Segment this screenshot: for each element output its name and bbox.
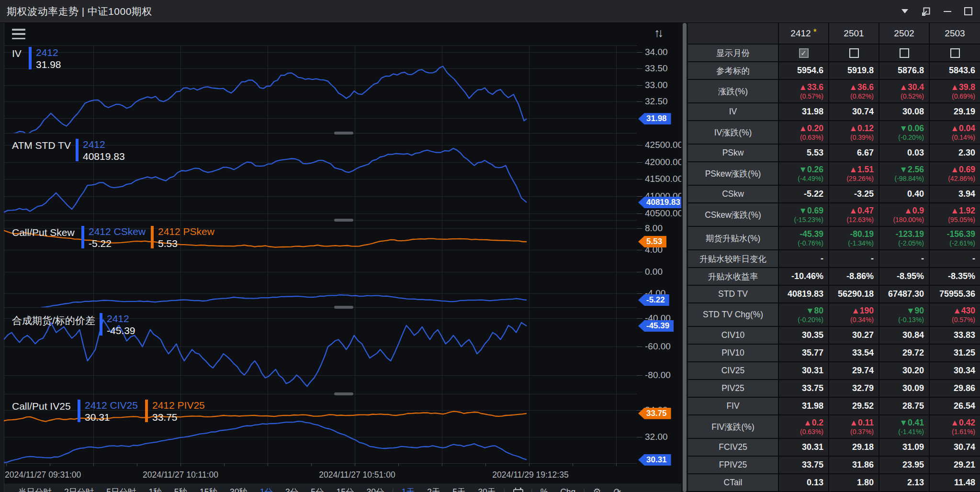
interval-button[interactable]: % <box>534 484 554 492</box>
axis-tick <box>637 52 642 53</box>
interval-button[interactable]: 30分 <box>360 484 391 492</box>
month-checkbox[interactable] <box>829 45 879 62</box>
table-cell: 26.54 <box>930 398 980 415</box>
maximize-icon[interactable] <box>964 7 972 15</box>
table-cell: 30.34 <box>930 362 980 380</box>
interval-button[interactable]: 1天 <box>395 484 421 492</box>
table-cell: 5954.6 <box>779 62 829 80</box>
cell-value: 31.98 <box>802 401 823 411</box>
table-row: CTail0.131.802.1311.48 <box>688 474 980 492</box>
legend-color-bar <box>76 139 79 161</box>
axis-tick <box>637 101 642 102</box>
window-title: 期权波动率走势 | 中证1000期权 <box>7 5 152 18</box>
interval-button[interactable]: 30秒 <box>224 484 254 492</box>
table-cell: 6.67 <box>829 145 879 162</box>
interval-button[interactable]: 3分 <box>279 484 304 492</box>
interval-button[interactable]: Chg <box>554 484 582 492</box>
table-cell: ▲0.42(1.61%) <box>930 415 980 439</box>
price-tag: -45.39 <box>638 320 674 332</box>
month-checkbox[interactable] <box>930 45 980 62</box>
x-axis-tick <box>573 463 573 466</box>
series-legend[interactable]: 2412 PIV2533.75 <box>145 400 205 423</box>
interval-button[interactable]: 2日分时 <box>58 484 100 492</box>
minimize-icon[interactable] <box>944 11 951 12</box>
series-line <box>4 295 527 307</box>
interval-button[interactable]: 15秒 <box>193 484 224 492</box>
table-row: CSkew涨跌(%)▼0.69(-15.23%)▲0.47(12.63%)▲0.… <box>688 203 980 227</box>
table-row: 涨跌(%)▲33.6(0.57%)▲36.6(0.62%)▲30.4(0.52%… <box>688 80 980 103</box>
interval-button[interactable]: 5日分时 <box>100 484 142 492</box>
month-checkbox[interactable]: ✓ <box>779 45 829 62</box>
popout-icon[interactable] <box>921 7 931 16</box>
column-header-2502[interactable]: 2502 <box>879 23 930 45</box>
series-name: 2412 PIV25 <box>152 400 205 411</box>
row-label: CTail <box>688 474 779 492</box>
interval-button[interactable]: 1分 <box>254 484 279 492</box>
month-checkbox[interactable] <box>879 45 930 62</box>
cell-value: 33.75 <box>802 460 823 470</box>
series-value: 5.53 <box>158 238 214 249</box>
checkbox-unchecked[interactable] <box>950 48 960 58</box>
row-label: PIV25 <box>688 380 779 398</box>
table-row: STD TV Chg(%)▼80(-0.20%)▲190(0.34%)▼90(-… <box>688 303 980 327</box>
menu-icon[interactable] <box>12 29 25 39</box>
sort-icon[interactable]: ↑↓ <box>654 26 661 40</box>
column-header-2412[interactable]: 2412* <box>779 23 829 45</box>
cell-value: -8.86% <box>846 271 874 281</box>
cell-value: 26.54 <box>954 401 975 411</box>
checkbox-checked[interactable]: ✓ <box>799 48 809 58</box>
scrollbar-thumb[interactable] <box>683 23 687 492</box>
panel-splitter-handle[interactable] <box>334 132 353 134</box>
dropdown-icon[interactable] <box>901 9 908 13</box>
interval-button[interactable]: 5天 <box>446 484 472 492</box>
table-cell: 67487.30 <box>879 286 930 303</box>
table-cell: 30.27 <box>829 327 879 345</box>
cell-value: 30.20 <box>902 366 924 376</box>
legend-text: 241240819.83 <box>83 139 125 162</box>
cell-value: 5954.6 <box>797 66 823 76</box>
interval-button[interactable]: 当日分时 <box>12 484 58 492</box>
series-legend[interactable]: 2412 CSkew-5.22 <box>81 226 146 249</box>
table-cell: 33.75 <box>779 380 829 398</box>
series-legend[interactable]: 241240819.83 <box>76 139 125 162</box>
table-cell: 30.31 <box>779 439 829 457</box>
series-legend[interactable]: 241231.98 <box>29 47 61 70</box>
table-cell: 75955.36 <box>930 286 980 303</box>
legend-text: 2412 PIV2533.75 <box>152 400 205 423</box>
panel-splitter-handle[interactable] <box>334 392 353 395</box>
cell-value: -10.46% <box>791 271 823 281</box>
interval-button[interactable]: 1秒 <box>142 484 168 492</box>
series-legend[interactable]: 2412-45.39 <box>100 313 135 336</box>
series-legend[interactable]: 2412 CIV2530.31 <box>78 400 138 423</box>
price-tag: 31.98 <box>638 113 671 124</box>
cell-value-stack: ▲30.4(0.52%) <box>900 82 924 101</box>
panel-splitter-handle[interactable] <box>334 219 353 222</box>
cell-value: 28.75 <box>902 401 924 411</box>
row-label: FCIV25 <box>688 439 779 457</box>
cell-value-stack: -80.19(-1.34%) <box>848 229 874 247</box>
table-row: FIV涨跌(%)▲0.2(0.63%)▲0.11(0.37%)▼0.41(-1.… <box>688 415 980 439</box>
table-row: PIV2533.7532.7930.0929.86 <box>688 380 980 398</box>
cell-value: 29.72 <box>902 348 924 358</box>
checkbox-unchecked[interactable] <box>849 48 859 58</box>
cell-value: 23.95 <box>902 460 924 470</box>
axis-tick <box>637 145 642 145</box>
gear-icon[interactable]: ⚙ <box>586 485 607 492</box>
cell-value-stack: ▲0.11(0.37%) <box>850 418 874 436</box>
column-header-2503[interactable]: 2503 <box>930 23 980 45</box>
panel-splitter-handle[interactable] <box>334 306 353 309</box>
series-legend[interactable]: 2412 PSkew5.53 <box>151 226 214 249</box>
interval-button[interactable]: 5秒 <box>168 484 193 492</box>
cell-value-stack: ▲33.6(0.57%) <box>799 82 823 101</box>
interval-button[interactable]: 30天 <box>472 484 502 492</box>
table-row: FIV31.9829.5228.7526.54 <box>688 398 980 415</box>
table-cell: 23.95 <box>879 457 930 474</box>
interval-button[interactable]: 5分 <box>304 484 330 492</box>
time-label: 2024/11/27 10:11:00 <box>143 470 218 480</box>
column-header-2501[interactable]: 2501 <box>829 23 879 45</box>
refresh-icon[interactable]: ⟳ <box>608 485 628 492</box>
interval-button[interactable]: 15分 <box>330 484 360 492</box>
checkbox-unchecked[interactable] <box>900 48 909 58</box>
interval-button[interactable]: 2天 <box>421 484 446 492</box>
calendar-icon[interactable] <box>513 489 523 492</box>
